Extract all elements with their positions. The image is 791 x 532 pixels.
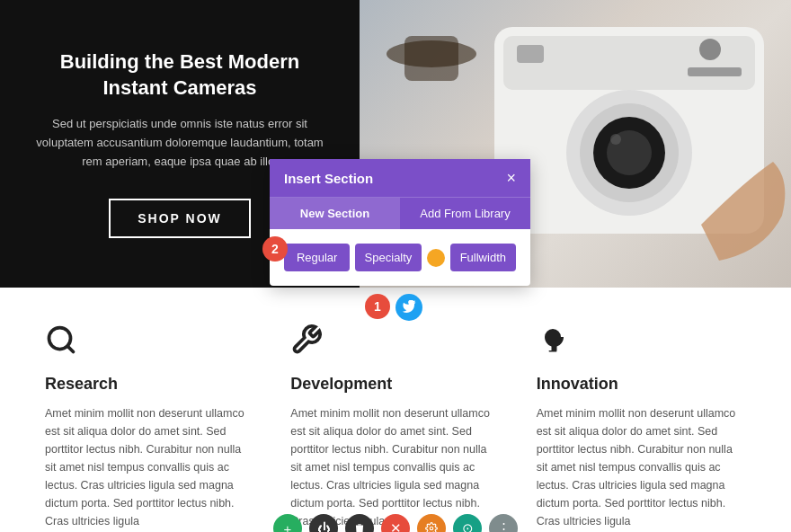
development-text: Amet minim mollit non deserunt ullamco e…	[290, 404, 500, 530]
shop-now-button[interactable]: SHOP NOW	[109, 199, 251, 238]
research-text: Amet minim mollit non deserunt ullamco e…	[45, 404, 254, 530]
toolbar-delete-button[interactable]	[345, 514, 374, 532]
features-section: Research Amet minim mollit non deserunt …	[0, 288, 791, 532]
toolbar-more-button[interactable]: ⋮	[489, 514, 518, 532]
feature-development: Development Amet minim mollit non deseru…	[290, 324, 500, 530]
innovation-text: Amet minim mollit non deserunt ullamco e…	[537, 404, 746, 530]
toolbar-settings-button[interactable]	[417, 514, 446, 532]
section-type-specialty[interactable]: Specialty	[355, 244, 421, 271]
badge-step-2: 2	[262, 236, 288, 262]
toolbar-power-button[interactable]: ⏻	[309, 514, 338, 532]
bottom-toolbar: + ⏻ ✕ ⊙ ⋮	[273, 514, 518, 532]
toolbar-timer-button[interactable]: ⊙	[453, 514, 482, 532]
svg-line-13	[67, 346, 74, 352]
svg-rect-9	[517, 45, 544, 63]
development-title: Development	[290, 375, 500, 394]
section-type-fullwidth[interactable]: Fullwidth	[450, 244, 516, 271]
badge-step-1: 1	[365, 294, 390, 319]
svg-point-8	[610, 134, 621, 145]
trash-icon	[353, 522, 366, 532]
section-type-regular[interactable]: Regular	[284, 244, 350, 271]
tab-add-from-library[interactable]: Add From Library	[400, 198, 530, 229]
svg-rect-1	[404, 36, 458, 81]
svg-point-15	[430, 527, 433, 530]
innovation-icon	[537, 324, 746, 364]
svg-point-10	[699, 39, 721, 60]
research-title: Research	[45, 375, 254, 394]
twitter-icon	[402, 300, 416, 315]
modal-header: Insert Section ×	[270, 159, 530, 197]
research-icon	[45, 324, 254, 364]
tab-new-section[interactable]: New Section	[270, 198, 400, 229]
innovation-title: Innovation	[537, 375, 746, 394]
svg-rect-11	[688, 67, 742, 76]
twitter-icon-badge	[396, 294, 422, 321]
modal-body: Regular Specialty Fullwidth	[270, 229, 530, 286]
svg-rect-14	[548, 350, 556, 352]
insert-section-modal: Insert Section × New Section Add From Li…	[270, 159, 530, 286]
modal-close-button[interactable]: ×	[506, 170, 516, 186]
feature-innovation: Innovation Amet minim mollit non deserun…	[537, 324, 746, 530]
specialty-color-indicator	[427, 249, 445, 267]
toolbar-add-button[interactable]: +	[273, 514, 302, 532]
development-icon	[290, 324, 500, 364]
feature-research: Research Amet minim mollit non deserunt …	[45, 324, 254, 530]
hero-title: Building the Best Modern Instant Cameras	[36, 49, 324, 101]
settings-icon	[425, 522, 438, 532]
modal-tabs: New Section Add From Library	[270, 197, 530, 229]
modal-title: Insert Section	[284, 171, 373, 186]
toolbar-close-button[interactable]: ✕	[381, 514, 410, 532]
